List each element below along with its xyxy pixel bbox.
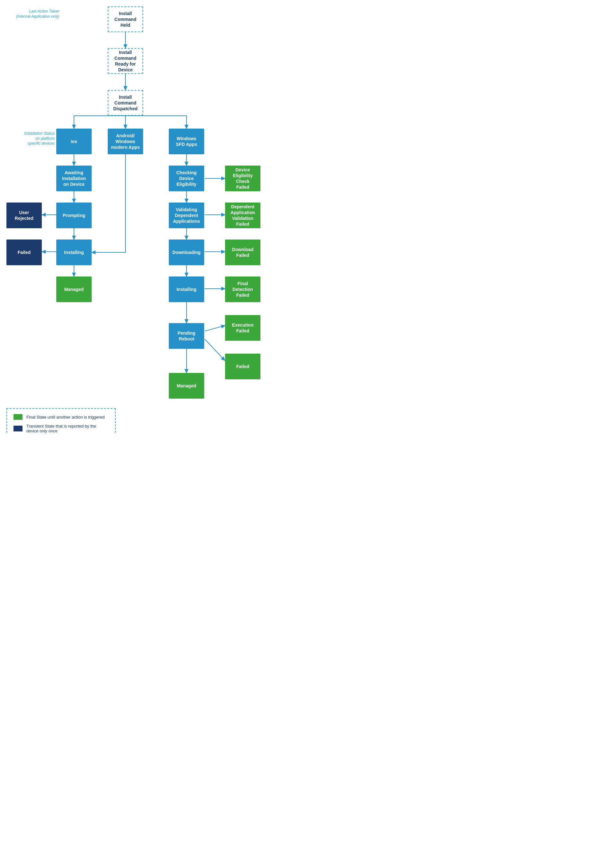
box-device-eligibility-failed: DeviceEligibilityCheckFailed bbox=[225, 166, 260, 191]
box-user-rejected: UserRejected bbox=[6, 203, 42, 228]
box-installing-sfd: Installing bbox=[169, 276, 204, 302]
box-validating-dependent: ValidatingDependentApplications bbox=[169, 203, 204, 228]
box-dependent-failed: DependentApplicationValidationFailed bbox=[225, 203, 260, 228]
box-prompting: Prompting bbox=[56, 203, 92, 228]
box-install-ready: InstallCommandReady forDevice bbox=[108, 48, 143, 74]
flowchart-container: Last Action Taken(Internal Application o… bbox=[0, 0, 299, 19]
legend-label-dark-blue: Transient State that is reported by the … bbox=[26, 424, 109, 433]
box-install-dispatched: InstallCommandDispatched bbox=[108, 90, 143, 116]
box-android-windows: Android/Windowsmodern Apps bbox=[108, 128, 143, 154]
box-failed-sfd: Failed bbox=[225, 354, 260, 379]
box-downloading: Downloading bbox=[169, 239, 204, 265]
box-windows-sfd: WindowsSFD Apps bbox=[169, 128, 204, 154]
legend-swatch-green bbox=[13, 414, 22, 420]
box-awaiting-install: AwaitingInstallationon Device bbox=[56, 166, 92, 191]
legend-item-dark-blue: Transient State that is reported by the … bbox=[13, 424, 109, 433]
box-failed-ios: Failed bbox=[6, 239, 42, 265]
legend-label-green: Final State until another action is trig… bbox=[26, 415, 105, 420]
legend-item-green: Final State until another action is trig… bbox=[13, 414, 109, 420]
box-installing-ios: Installing bbox=[56, 239, 92, 265]
box-download-failed: DownloadFailed bbox=[225, 239, 260, 265]
legend-swatch-dark-blue bbox=[13, 426, 22, 432]
box-execution-failed: ExecutionFailed bbox=[225, 315, 260, 341]
box-install-held: InstallCommandHeld bbox=[108, 6, 143, 32]
last-action-label: Last Action Taken(Internal Application o… bbox=[3, 9, 60, 19]
legend: Final State until another action is trig… bbox=[6, 408, 116, 434]
box-managed-ios: Managed bbox=[56, 276, 92, 302]
box-final-detection-failed: FinalDetectionFailed bbox=[225, 276, 260, 302]
svg-line-46 bbox=[205, 339, 224, 360]
box-ios: ios bbox=[56, 128, 92, 154]
box-checking-eligibility: CheckingDeviceEligibility bbox=[169, 166, 204, 191]
svg-line-45 bbox=[205, 326, 224, 331]
install-status-label: Installation Statuson platformspecific d… bbox=[3, 131, 55, 146]
box-managed-sfd: Managed bbox=[169, 373, 204, 399]
box-pending-reboot: PendingReboot bbox=[169, 323, 204, 349]
